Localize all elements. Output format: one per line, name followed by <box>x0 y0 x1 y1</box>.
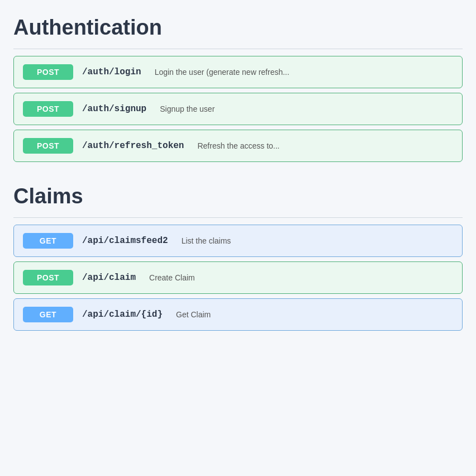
claims-endpoint-list: GET /api/claimsfeed2 List the claims POS… <box>13 225 463 331</box>
endpoint-auth-refresh[interactable]: POST /auth/refresh_token Refresh the acc… <box>13 130 463 162</box>
authentication-section: Authentication POST /auth/login Login th… <box>13 11 463 162</box>
endpoint-claimsfeed2[interactable]: GET /api/claimsfeed2 List the claims <box>13 225 463 257</box>
endpoint-auth-signup[interactable]: POST /auth/signup Signup the user <box>13 93 463 125</box>
endpoint-desc-refresh: Refresh the access to... <box>197 141 279 150</box>
method-badge-post-signup: POST <box>23 101 73 117</box>
endpoint-desc-signup: Signup the user <box>160 104 215 113</box>
endpoint-path-login: /auth/login <box>82 67 141 77</box>
authentication-endpoint-list: POST /auth/login Login the user (generat… <box>13 56 463 162</box>
endpoint-path-claimsfeed2: /api/claimsfeed2 <box>82 236 168 246</box>
claims-title: Claims <box>13 180 463 208</box>
endpoint-desc-claim-post: Create Claim <box>149 273 195 282</box>
method-badge-get-claimsfeed2: GET <box>23 233 73 249</box>
endpoint-path-signup: /auth/signup <box>82 104 146 114</box>
authentication-title: Authentication <box>13 11 463 40</box>
claims-divider <box>13 217 463 218</box>
endpoint-desc-claimsfeed2: List the claims <box>182 236 231 245</box>
method-badge-post-refresh: POST <box>23 138 73 154</box>
method-badge-post-claim: POST <box>23 270 73 285</box>
authentication-divider <box>13 49 463 49</box>
claims-section: Claims GET /api/claimsfeed2 List the cla… <box>13 180 463 331</box>
endpoint-desc-claim-id: Get Claim <box>176 310 211 319</box>
method-badge-post-login: POST <box>23 64 73 80</box>
endpoint-desc-login: Login the user (generate new refresh... <box>155 68 289 77</box>
endpoint-path-claim-id: /api/claim/{id} <box>82 310 163 320</box>
endpoint-auth-login[interactable]: POST /auth/login Login the user (generat… <box>13 56 463 88</box>
page-container: Authentication POST /auth/login Login th… <box>0 0 476 349</box>
endpoint-path-refresh: /auth/refresh_token <box>82 141 184 151</box>
endpoint-api-claim-id[interactable]: GET /api/claim/{id} Get Claim <box>13 298 463 331</box>
endpoint-api-claim-post[interactable]: POST /api/claim Create Claim <box>13 261 463 294</box>
method-badge-get-claim-id: GET <box>23 307 73 322</box>
endpoint-path-claim-post: /api/claim <box>82 273 136 283</box>
